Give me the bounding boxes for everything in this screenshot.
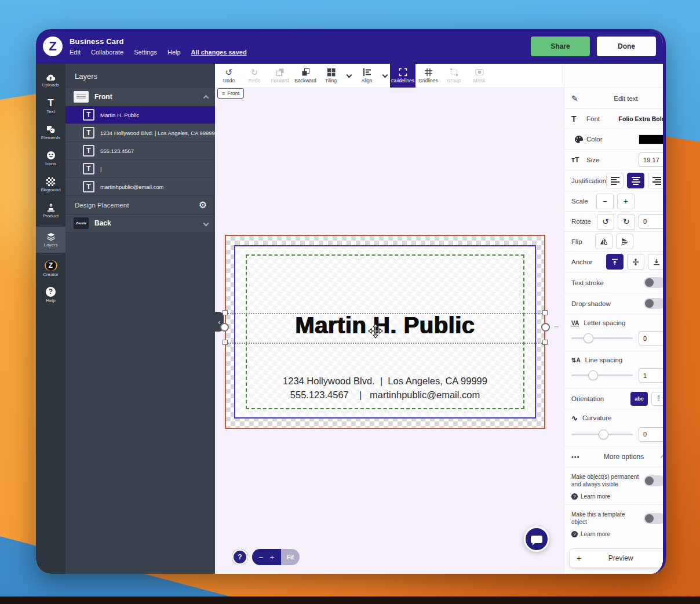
menu-settings[interactable]: Settings xyxy=(134,49,157,56)
font-icon: T xyxy=(571,114,586,123)
line-spacing-input[interactable] xyxy=(639,368,665,383)
canvas-help-button[interactable]: ? xyxy=(232,549,248,565)
layer-row-address[interactable]: T 1234 Hollywood Blvd. | Los Angeles, CA… xyxy=(65,123,215,141)
color-swatch[interactable] xyxy=(639,134,665,144)
layer-row-email[interactable]: T martinhpublic@email.com xyxy=(65,177,215,195)
rail-item-text[interactable]: T Text xyxy=(36,93,65,119)
rail-item-creator[interactable]: Z Creator xyxy=(36,256,65,282)
resize-handle-top-left[interactable] xyxy=(223,310,228,315)
rail-item-product[interactable]: Product xyxy=(36,198,65,224)
mask-button[interactable]: Mask xyxy=(466,64,492,88)
anchor-middle-button[interactable] xyxy=(627,254,644,270)
business-card-artboard[interactable]: Martin H. Public 1234 Hollywood Blvd. | … xyxy=(225,235,545,429)
line-spacing-icon: ⇅A xyxy=(571,357,581,363)
rotate-cw-button[interactable]: ↻ xyxy=(618,214,635,230)
font-size-icon: тT xyxy=(571,156,586,164)
layers-panel-title: Layers xyxy=(65,64,215,88)
curvature-input[interactable] xyxy=(639,427,665,442)
group-icon xyxy=(450,68,458,77)
design-placement-row[interactable]: Design Placement ⚙ xyxy=(65,195,215,214)
align-button[interactable]: Align xyxy=(354,64,380,88)
chevron-down-icon[interactable] xyxy=(203,220,209,226)
letter-spacing-slider[interactable] xyxy=(571,337,633,339)
done-button[interactable]: Done xyxy=(597,37,656,56)
layer-row-phone[interactable]: T 555.123.4567 xyxy=(65,141,215,159)
rail-item-background[interactable]: Bkground xyxy=(36,172,65,198)
justify-left-button[interactable] xyxy=(606,173,624,188)
permanent-learn-more-link[interactable]: ? Learn more xyxy=(571,493,665,500)
rail-item-layers[interactable]: Layers xyxy=(36,227,65,253)
resize-handle-bottom-right[interactable] xyxy=(542,340,548,345)
save-status[interactable]: All changes saved xyxy=(191,49,247,56)
card-name-text[interactable]: Martin H. Public xyxy=(226,312,544,343)
zoom-out-button[interactable]: − xyxy=(259,553,264,562)
font-row[interactable]: T Font Folio Extra Bold xyxy=(564,109,666,129)
front-side-chip[interactable]: ≡ Front xyxy=(217,88,244,99)
gear-icon[interactable]: ⚙ xyxy=(199,199,207,210)
chat-button[interactable] xyxy=(524,526,549,552)
line-spacing-slider[interactable] xyxy=(571,374,633,376)
menu-help[interactable]: Help xyxy=(167,49,181,56)
template-toggle[interactable] xyxy=(644,513,665,524)
resize-handle-top-right[interactable] xyxy=(542,310,548,315)
flip-horizontal-button[interactable] xyxy=(595,234,612,249)
zoom-in-button[interactable]: + xyxy=(270,553,275,562)
tiling-dropdown-chevron[interactable] xyxy=(344,64,354,88)
layer-row-divider[interactable]: T | xyxy=(65,159,215,177)
zoom-fit-button[interactable]: Fit xyxy=(281,549,300,565)
zazzle-logo-icon[interactable]: Z xyxy=(43,37,63,56)
rail-item-uploads[interactable]: Uploads xyxy=(36,67,65,93)
rail-item-icons[interactable]: Icons xyxy=(36,145,65,172)
edit-text-row[interactable]: ✎ Edit text xyxy=(564,88,666,109)
orientation-vertical-button[interactable]: abc xyxy=(651,392,665,406)
resize-handle-bottom-left[interactable] xyxy=(223,340,228,345)
more-options-row[interactable]: ••• More options xyxy=(564,446,666,467)
undo-button[interactable]: ↺ Undo xyxy=(216,64,242,88)
menu-edit[interactable]: Edit xyxy=(70,49,81,56)
gridlines-button[interactable]: Gridlines xyxy=(415,64,441,88)
curvature-slider[interactable] xyxy=(571,434,633,435)
rotate-ccw-button[interactable]: ↺ xyxy=(597,214,614,230)
tiling-button[interactable]: Tiling xyxy=(318,64,344,88)
preview-button[interactable]: + Preview xyxy=(569,548,666,568)
justify-right-button[interactable] xyxy=(648,173,665,188)
guidelines-button[interactable]: Guidelines xyxy=(390,64,415,88)
menu-collaborate[interactable]: Collaborate xyxy=(91,49,123,56)
rotate-handle-right[interactable] xyxy=(541,323,550,332)
scale-up-button[interactable]: + xyxy=(617,194,635,209)
orientation-horizontal-button[interactable]: abc xyxy=(630,392,648,406)
text-stroke-toggle[interactable] xyxy=(644,277,665,288)
template-learn-more-link[interactable]: ? Learn more xyxy=(571,531,665,537)
layer-group-back[interactable]: Zazzle Back xyxy=(65,214,215,232)
rotate-input[interactable] xyxy=(639,214,665,229)
selection-bottom-edge[interactable] xyxy=(224,343,546,344)
send-backward-button[interactable]: Backward xyxy=(293,64,318,88)
flip-vertical-button[interactable] xyxy=(616,234,633,249)
justify-center-button[interactable] xyxy=(627,173,644,188)
font-value[interactable]: Folio Extra Bold xyxy=(619,115,666,122)
permanent-toggle[interactable] xyxy=(644,475,665,486)
color-row[interactable]: Color xyxy=(564,129,666,150)
align-dropdown-chevron[interactable] xyxy=(380,64,390,88)
layer-group-front[interactable]: Front xyxy=(65,88,215,105)
scale-down-button[interactable]: − xyxy=(596,194,614,209)
anchor-bottom-button[interactable] xyxy=(648,254,665,270)
redo-button[interactable]: ↻ Redo xyxy=(242,64,267,88)
design-canvas[interactable]: ≡ Front ‹ Martin H. Public 1234 Hollywoo… xyxy=(215,88,564,574)
share-button[interactable]: Share xyxy=(531,37,590,56)
chevron-up-icon[interactable] xyxy=(203,94,209,100)
align-center-icon xyxy=(632,177,640,185)
group-button[interactable]: Group xyxy=(441,64,466,88)
drop-shadow-toggle[interactable] xyxy=(644,298,665,309)
anchor-top-button[interactable] xyxy=(606,254,624,270)
bring-forward-button[interactable]: Forward xyxy=(267,64,293,88)
size-input[interactable] xyxy=(639,152,665,167)
layer-row-name[interactable]: T Martin H. Public xyxy=(65,105,215,123)
rail-item-elements[interactable]: Elements xyxy=(36,119,65,145)
letter-spacing-input[interactable] xyxy=(639,331,665,345)
anchor-middle-icon xyxy=(632,258,640,266)
permanent-object-section: Make object(s) permanent and always visi… xyxy=(564,467,666,505)
rail-item-help[interactable]: ? Help xyxy=(36,282,65,308)
rotate-handle-left[interactable] xyxy=(220,323,229,332)
card-address-text[interactable]: 1234 Hollywood Blvd. | Los Angeles, CA 9… xyxy=(226,374,544,402)
